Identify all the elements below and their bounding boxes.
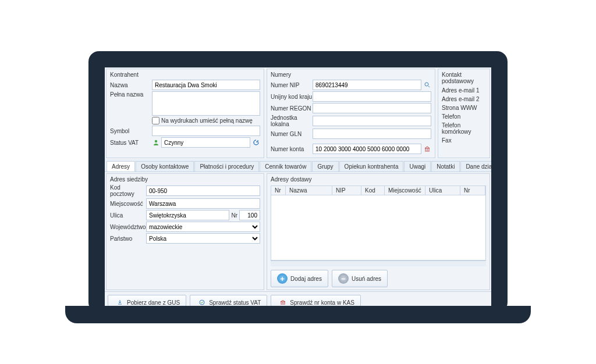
panel-adres-siedziby: Adres siedziby Kod pocztowy Miejscowość … bbox=[106, 173, 264, 290]
label-wydruki-pelna: Na wydrukach umieść pełną nazwę bbox=[161, 117, 253, 124]
panel-title-kontrahent: Kontrahent bbox=[110, 72, 260, 78]
svg-point-2 bbox=[200, 300, 204, 305]
label-status-vat: Status VAT bbox=[110, 140, 152, 146]
label-kod: Kod pocztowy bbox=[110, 184, 146, 197]
input-pelna-nazwa[interactable] bbox=[152, 91, 260, 116]
tab-grupy[interactable]: Grupy bbox=[312, 161, 338, 172]
check-bank-icon bbox=[279, 298, 287, 306]
input-nr[interactable] bbox=[239, 210, 260, 220]
input-jednostka[interactable] bbox=[313, 116, 431, 126]
contact-tel: Telefon bbox=[442, 112, 486, 121]
label-pelna-nazwa: Pełna nazwa bbox=[110, 91, 152, 98]
panel-title-kontakt: Kontakt podstawowy bbox=[442, 72, 486, 84]
bank-icon[interactable] bbox=[423, 145, 431, 153]
panel-numery: Numery Numer NIP Unijny kod kraju Numer … bbox=[267, 69, 435, 158]
refresh-icon[interactable] bbox=[252, 138, 260, 147]
tab-platnosci[interactable]: Płatności i procedury bbox=[194, 161, 259, 172]
contact-www: Strona WWW bbox=[442, 104, 486, 112]
col-ulica: Ulica bbox=[425, 186, 460, 195]
input-symbol[interactable] bbox=[152, 126, 260, 136]
delete-address-button[interactable]: − Usuń adres bbox=[332, 270, 388, 287]
input-miejscowosc[interactable] bbox=[146, 198, 260, 209]
label-ulica: Ulica bbox=[110, 212, 146, 219]
label-miejscowosc: Miejscowość bbox=[110, 201, 146, 207]
add-address-button[interactable]: + Dodaj adres bbox=[271, 270, 328, 287]
minus-icon: − bbox=[338, 273, 349, 284]
tab-uwagi[interactable]: Uwagi bbox=[404, 161, 431, 172]
panel-kontrahent: Kontrahent Nazwa Pełna nazwa Na wydrukac… bbox=[106, 69, 264, 158]
label-symbol: Symbol bbox=[110, 128, 152, 134]
contact-email2: Adres e-mail 2 bbox=[442, 95, 486, 104]
laptop-frame: Kontrahent Nazwa Pełna nazwa Na wydrukac… bbox=[88, 51, 508, 313]
col-nr2: Nr bbox=[460, 186, 485, 195]
label-unijny: Unijny kod kraju bbox=[271, 94, 313, 100]
grid-adresy-dostawy[interactable]: Nr Nazwa NIP Kod Miejscowość Ulica Nr bbox=[271, 185, 486, 260]
label-nazwa: Nazwa bbox=[110, 82, 152, 88]
panel-adresy-dostawy: Adresy dostawy Nr Nazwa NIP Kod Miejscow… bbox=[267, 173, 490, 290]
laptop-base bbox=[65, 306, 531, 323]
select-panstwo[interactable]: Polska bbox=[146, 233, 260, 244]
label-konto: Numer konta bbox=[271, 146, 313, 152]
tab-cennik[interactable]: Cennik towarów bbox=[260, 161, 311, 172]
tab-adresy[interactable]: Adresy bbox=[107, 161, 135, 172]
svg-point-1 bbox=[425, 83, 428, 86]
label-wojewodztwo: Województwo bbox=[110, 224, 146, 230]
check-vat-icon bbox=[198, 298, 206, 306]
col-miejscowosc: Miejscowość bbox=[385, 186, 425, 195]
plus-icon: + bbox=[277, 273, 288, 284]
input-nip[interactable] bbox=[313, 80, 421, 90]
input-unijny[interactable] bbox=[313, 91, 431, 102]
contact-email1: Adres e-mail 1 bbox=[442, 86, 486, 95]
svg-point-0 bbox=[155, 140, 157, 142]
tab-notatki[interactable]: Notatki bbox=[431, 161, 460, 172]
title-adres-siedziby: Adres siedziby bbox=[110, 176, 260, 183]
select-wojewodztwo[interactable]: mazowieckie bbox=[146, 222, 260, 232]
checkbox-wydruki-pelna[interactable] bbox=[152, 117, 159, 124]
tab-strip: Adresy Osoby kontaktowe Płatności i proc… bbox=[105, 159, 491, 172]
input-ulica[interactable] bbox=[146, 210, 229, 220]
panel-title-numery: Numery bbox=[271, 72, 431, 78]
col-kod: Kod bbox=[361, 186, 385, 195]
label-regon: Numer REGON bbox=[271, 105, 313, 112]
app-screen: Kontrahent Nazwa Pełna nazwa Na wydrukac… bbox=[105, 67, 491, 313]
person-icon bbox=[152, 138, 160, 147]
input-regon[interactable] bbox=[313, 103, 431, 113]
col-nip: NIP bbox=[332, 186, 361, 195]
col-nr: Nr bbox=[271, 186, 286, 195]
title-adresy-dostawy: Adresy dostawy bbox=[271, 176, 486, 183]
contact-fax: Fax bbox=[442, 136, 486, 145]
lookup-icon[interactable] bbox=[423, 81, 431, 89]
label-nr: Nr bbox=[231, 212, 237, 219]
label-nip: Numer NIP bbox=[271, 82, 313, 88]
col-nazwa: Nazwa bbox=[286, 186, 332, 195]
tab-dzialalnosc[interactable]: Dane działalności bbox=[460, 161, 491, 172]
label-jednostka: Jednostka lokalna bbox=[271, 115, 313, 127]
tab-opiekun[interactable]: Opiekun kontrahenta bbox=[339, 161, 404, 172]
input-konto[interactable] bbox=[313, 144, 421, 154]
tab-osoby[interactable]: Osoby kontaktowe bbox=[136, 161, 194, 172]
label-panstwo: Państwo bbox=[110, 235, 146, 242]
input-nazwa[interactable] bbox=[152, 80, 260, 90]
download-icon bbox=[116, 298, 124, 306]
input-kod[interactable] bbox=[146, 185, 260, 196]
input-gln[interactable] bbox=[313, 129, 431, 139]
scrollbar-horizontal[interactable] bbox=[271, 260, 486, 266]
contact-kom: Telefon komórkowy bbox=[442, 121, 486, 136]
label-gln: Numer GLN bbox=[271, 131, 313, 137]
input-status-vat[interactable] bbox=[161, 137, 250, 148]
panel-kontakt: Kontakt podstawowy Adres e-mail 1 Adres … bbox=[438, 69, 490, 158]
